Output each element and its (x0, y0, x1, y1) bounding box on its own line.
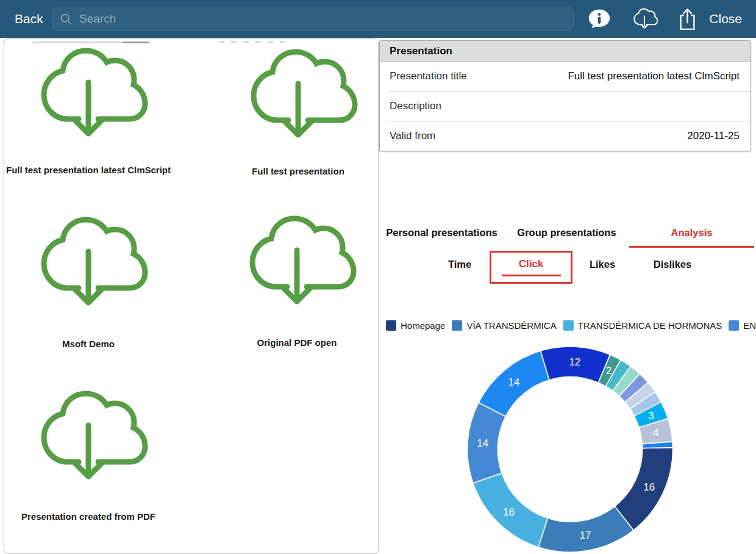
donut-segment-value: 16 (643, 481, 655, 493)
share-button[interactable] (678, 0, 697, 38)
donut-segment-value: 3 (648, 410, 654, 422)
donut-segment-value: 14 (477, 437, 488, 449)
detail-row-value: 2020-11-25 (687, 130, 740, 142)
info-button[interactable] (588, 0, 611, 38)
legend-label: TRANSDÉRMICA DE HORMONAS (578, 320, 722, 331)
legend-label: VÍA TRANSDÉRMICA (466, 320, 556, 331)
presentation-item[interactable]: Msoft Demo (4, 213, 186, 350)
presentation-item-title: Original PDF open (257, 337, 337, 348)
subtab-dislikes[interactable]: Dislikes (654, 259, 691, 270)
chart-legend: HomepageVÍA TRANSDÉRMICATRANSDÉRMICA DE … (386, 318, 756, 332)
active-subtab-underline (502, 275, 561, 276)
legend-swatch (386, 320, 396, 331)
search-field[interactable] (52, 7, 574, 31)
analysis-subtabs: TimeClickLikesDislikes (379, 250, 756, 287)
cloud-download-icon (236, 212, 358, 315)
horizontal-scroll-indicator[interactable] (32, 41, 149, 43)
subtab-likes[interactable]: Likes (590, 259, 615, 270)
close-button[interactable]: Close (709, 0, 742, 38)
donut-segment-value: 16 (503, 506, 515, 518)
detail-row-label: Valid from (390, 130, 435, 142)
legend-label: Homepage (401, 320, 445, 331)
cloud-download-icon (630, 7, 658, 31)
cloud-download-icon (27, 44, 149, 148)
donut-segment-value: 2 (606, 365, 612, 376)
detail-row: Presentation titleFull test presentation… (380, 62, 751, 91)
cloud-download-icon (27, 387, 149, 491)
presentation-item[interactable]: Presentation created from PDF (4, 387, 186, 522)
detail-row-label: Description (390, 100, 441, 112)
back-button[interactable]: Back (15, 0, 43, 38)
presentation-library-panel: Full test presentation latest ClmScriptF… (4, 38, 379, 554)
legend-swatch (563, 320, 574, 331)
legend-swatch (729, 320, 739, 331)
click-analysis-donut-chart: 161716141412234 (465, 345, 675, 554)
donut-segment-value: 12 (569, 356, 580, 368)
detail-row: Description (388, 91, 751, 121)
search-input[interactable] (78, 12, 544, 26)
detail-row-value: Full test presentation latest ClmScript (568, 70, 740, 82)
presentation-tabs: Personal presentationsGroup presentation… (379, 227, 754, 248)
cloud-download-icon (27, 213, 149, 317)
info-bubble-icon (588, 9, 611, 29)
legend-item: Homepage (386, 320, 445, 331)
detail-row: Valid from2020-11-25 (388, 121, 751, 151)
donut-segment-value: 14 (508, 376, 520, 388)
subtab-time[interactable]: Time (448, 259, 471, 270)
scrolled-content-peek (219, 41, 298, 43)
legend-swatch (452, 320, 462, 331)
tab-personal-presentations[interactable]: Personal presentations (379, 227, 504, 248)
detail-row-label: Presentation title (390, 70, 467, 82)
legend-item: VÍA TRANSDÉRMICA (452, 320, 556, 331)
cloud-download-button[interactable] (630, 0, 658, 38)
cloud-download-icon (237, 45, 359, 149)
presentation-item-title: Full test presentation (252, 166, 344, 177)
legend-item: TRANSDÉRMICA DE HORMONAS (563, 320, 722, 331)
presentation-item[interactable]: Full test presentation (201, 45, 379, 177)
presentation-detail-card: Presentation Presentation titleFull test… (379, 40, 751, 151)
donut-segment-value: 17 (580, 530, 591, 541)
donut-segment-value: 4 (653, 427, 658, 439)
detail-card-header: Presentation (380, 41, 751, 62)
legend-label: EN C (743, 320, 756, 331)
tab-analysis[interactable]: Analysis (629, 227, 754, 248)
presentation-item[interactable]: Original PDF open (199, 212, 379, 348)
subtab-click[interactable]: Click (490, 251, 572, 284)
share-icon (678, 7, 697, 31)
presentation-item-title: Msoft Demo (62, 339, 115, 350)
presentation-item-title: Full test presentation latest ClmScript (6, 165, 171, 176)
tab-group-presentations[interactable]: Group presentations (504, 227, 629, 248)
legend-item: EN C (729, 320, 756, 331)
top-navigation-bar: Back Close (0, 0, 756, 38)
search-icon (60, 13, 73, 26)
presentation-item[interactable]: Full test presentation latest ClmScript (4, 44, 186, 176)
presentation-item-title: Presentation created from PDF (21, 511, 155, 522)
